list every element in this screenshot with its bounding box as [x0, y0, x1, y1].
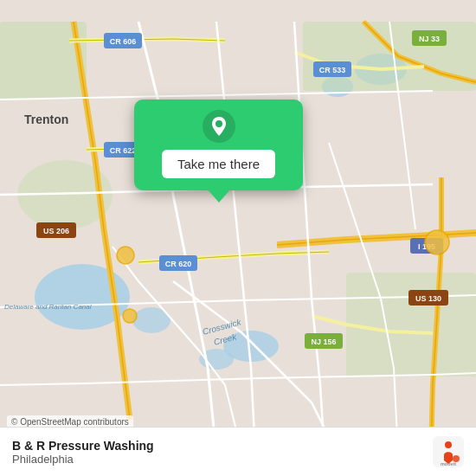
- svg-point-32: [425, 230, 449, 254]
- svg-text:moovit: moovit: [441, 461, 456, 466]
- svg-text:CR 606: CR 606: [110, 37, 137, 46]
- svg-text:NJ 156: NJ 156: [311, 338, 336, 346]
- svg-point-38: [445, 441, 452, 448]
- svg-rect-7: [303, 22, 476, 91]
- business-city: Philadelphia: [12, 453, 154, 466]
- svg-rect-8: [346, 273, 476, 376]
- svg-text:NJ 33: NJ 33: [419, 35, 440, 43]
- business-info: B & R Pressure Washing Philadelphia: [12, 439, 154, 466]
- location-pin-icon: [203, 110, 235, 143]
- svg-text:CR 622: CR 622: [110, 146, 137, 155]
- business-name: B & R Pressure Washing: [12, 439, 154, 453]
- svg-point-33: [117, 247, 134, 264]
- svg-text:US 130: US 130: [415, 294, 441, 303]
- bottom-bar: B & R Pressure Washing Philadelphia moov…: [0, 427, 476, 476]
- svg-point-36: [215, 120, 222, 127]
- take-me-there-button[interactable]: Take me there: [162, 150, 275, 178]
- svg-text:Delaware and Raritan Canal: Delaware and Raritan Canal: [4, 303, 92, 311]
- svg-text:Trenton: Trenton: [24, 113, 68, 126]
- svg-text:US 206: US 206: [43, 227, 69, 235]
- svg-point-34: [123, 309, 137, 323]
- moovit-icon: moovit: [433, 436, 464, 467]
- map-popup: Take me there: [134, 100, 303, 190]
- svg-text:CR 620: CR 620: [165, 260, 192, 268]
- svg-text:CR 533: CR 533: [319, 66, 346, 74]
- map-svg: NJ 33 CR 606 CR 533 CR 622 Trenton US 20…: [0, 0, 476, 476]
- moovit-logo: moovit: [433, 436, 464, 467]
- map-container: NJ 33 CR 606 CR 533 CR 622 Trenton US 20…: [0, 0, 476, 476]
